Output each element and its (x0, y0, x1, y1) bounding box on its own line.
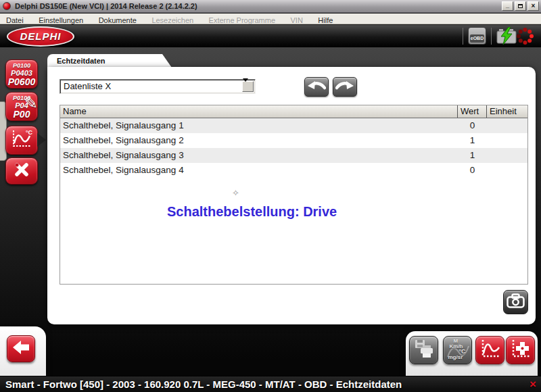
tools-button[interactable] (5, 157, 38, 185)
units-icon: M Km/h °C mg/sr (446, 338, 470, 362)
battery-status-icon (496, 27, 517, 48)
table-row[interactable]: Schalthebel, Signalausgang 1 0 (60, 118, 527, 133)
minimize-button[interactable]: _ (502, 1, 513, 11)
delphi-logo-text: DELPHI (20, 30, 61, 42)
cell-wert: 0 (458, 118, 487, 133)
menubar: Datei Einstellungen Dokumente Lesezeiche… (0, 14, 541, 24)
cell-name: Schalthebel, Signalausgang 2 (60, 133, 458, 148)
column-header-einheit[interactable]: Einheit (487, 105, 527, 118)
camera-icon (507, 293, 525, 311)
save-print-button[interactable] (409, 336, 438, 364)
cell-einheit (487, 148, 527, 163)
vehicle-status-text: Smart - Fortwo [450] - 2003 - 160.920 0.… (5, 376, 402, 392)
cell-name: Schalthebel, Signalausgang 3 (60, 148, 458, 163)
menu-item-dokumente[interactable]: Dokumente (93, 16, 143, 26)
save-print-icon (413, 339, 435, 362)
titlebar: Delphi DS150E (New VCI) | 2014 Release 2… (0, 0, 541, 13)
arrow-right-icon (335, 80, 354, 94)
cell-name: Schalthebel, Signalausgang 4 (60, 163, 458, 178)
header-bar: DELPHI eOBD (0, 25, 541, 47)
table-row[interactable]: Schalthebel, Signalausgang 3 1 (60, 148, 527, 163)
eobd-label: eOBD (470, 34, 484, 43)
crossed-tools-icon (11, 160, 32, 182)
live-data-table: Name Wert Einheit Schalthebel, Signalaus… (60, 105, 528, 285)
content-panel: Datenliste X Name (47, 67, 536, 324)
back-arrow-icon (11, 339, 31, 359)
window-title: Delphi DS150E (New VCI) | 2014 Release 2… (15, 0, 197, 12)
column-header-name[interactable]: Name (60, 105, 458, 118)
datalist-dropdown-value: Datenliste X (64, 80, 111, 93)
back-panel (0, 326, 46, 376)
menu-item-vin: VIN (285, 16, 309, 26)
tab-echtzeitdaten[interactable]: Echtzeitdaten (47, 54, 162, 68)
bottom-toolbar: M Km/h °C mg/sr (406, 331, 538, 376)
table-header-row: Name Wert Einheit (60, 105, 527, 118)
cell-name: Schalthebel, Signalausgang 1 (60, 118, 458, 133)
table-row[interactable]: Schalthebel, Signalausgang 2 1 (60, 133, 527, 148)
status-close-icon[interactable]: × (530, 376, 536, 392)
sparkle-icon: ✧ (232, 188, 239, 198)
app-icon (3, 2, 11, 10)
app-window: Delphi DS150E (New VCI) | 2014 Release 2… (0, 0, 541, 392)
restore-icon (518, 4, 523, 8)
dropdown-arrow-button[interactable] (242, 81, 254, 92)
graph-view-button[interactable] (475, 336, 504, 364)
unit-label: mg/sr (448, 354, 463, 360)
graph-plus-icon (509, 338, 532, 362)
delphi-logo: DELPHI (7, 26, 74, 47)
dtc-code-line: P0100 (6, 62, 37, 69)
svg-text:°C: °C (26, 129, 33, 136)
graph-units-button[interactable] (506, 336, 535, 364)
pencil-icon: ✎ (24, 94, 38, 113)
close-button[interactable]: × (527, 1, 539, 11)
column-header-wert[interactable]: Wert (458, 105, 487, 118)
dtc-edit-button[interactable]: P0100 P04 P00 ✎ (5, 92, 38, 121)
dtc-codes-button[interactable]: P0100 P0403 P0600 (5, 59, 38, 89)
statusbar: Smart - Fortwo [450] - 2003 - 160.920 0.… (0, 376, 541, 392)
live-data-button[interactable]: °C (5, 126, 38, 155)
chevron-down-icon (243, 78, 248, 96)
next-datalist-button[interactable] (333, 77, 357, 97)
back-button[interactable] (7, 335, 35, 362)
restore-button[interactable] (515, 1, 526, 11)
header-divider (463, 28, 463, 45)
menu-item-externe-programme: Externe Programme (203, 16, 281, 26)
prev-datalist-button[interactable] (304, 77, 329, 97)
arrow-left-icon (307, 80, 326, 94)
eobd-connector-icon: eOBD (468, 27, 486, 45)
cell-wert: 1 (458, 133, 487, 148)
header-divider (491, 28, 492, 45)
cell-einheit (487, 163, 527, 178)
units-button[interactable]: M Km/h °C mg/sr (443, 336, 472, 364)
table-row[interactable]: Schalthebel, Signalausgang 4 0 (60, 163, 527, 178)
menu-item-einstellungen[interactable]: Einstellungen (32, 16, 89, 26)
datalist-dropdown[interactable]: Datenliste X (60, 79, 256, 94)
screenshot-button[interactable] (503, 290, 528, 314)
menu-item-lesezeichen: Lesezeichen (145, 16, 199, 26)
graph-icon (479, 338, 502, 362)
cell-wert: 1 (458, 148, 487, 163)
dtc-code-line: P0600 (6, 77, 37, 87)
live-data-graph-icon: °C (9, 127, 34, 154)
cell-einheit (487, 133, 527, 148)
connection-spinner-icon (516, 27, 534, 48)
tab-label: Echtzeitdaten (47, 54, 162, 68)
cell-wert: 0 (458, 163, 487, 178)
menu-item-datei[interactable]: Datei (0, 16, 30, 26)
cell-einheit (487, 118, 527, 133)
gear-position-message: Schalthebelstellung: Drive (167, 204, 337, 220)
menu-item-hilfe[interactable]: Hilfe (312, 16, 339, 26)
